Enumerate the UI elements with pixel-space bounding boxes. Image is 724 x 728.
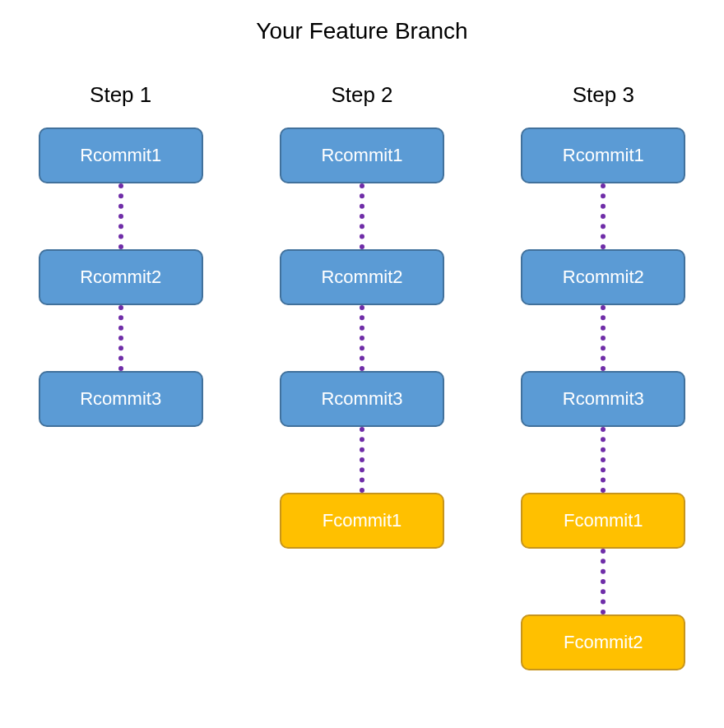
- commit-node: Rcommit2: [39, 249, 203, 305]
- connector-line: [601, 305, 606, 371]
- diagram-columns: Step 1 Rcommit1 Rcommit2 Rcommit3 Step 2…: [0, 82, 724, 670]
- connector-line: [601, 549, 606, 614]
- diagram-title: Your Feature Branch: [0, 18, 724, 44]
- connector-line: [360, 305, 364, 371]
- commit-node: Rcommit2: [521, 249, 685, 305]
- connector-line: [360, 427, 364, 493]
- step-label: Step 3: [573, 82, 634, 108]
- connector-line: [360, 183, 364, 249]
- commit-node: Rcommit1: [39, 128, 203, 183]
- step-label: Step 1: [90, 82, 151, 108]
- connector-line: [118, 305, 123, 371]
- diagram-canvas: Your Feature Branch Step 1 Rcommit1 Rcom…: [0, 0, 724, 728]
- column-step-3: Step 3 Rcommit1 Rcommit2 Rcommit3 Fcommi…: [496, 82, 710, 670]
- connector-line: [601, 183, 606, 249]
- column-step-1: Step 1 Rcommit1 Rcommit2 Rcommit3: [14, 82, 228, 670]
- commit-node: Rcommit3: [280, 371, 444, 427]
- commit-node: Rcommit3: [521, 371, 685, 427]
- commit-node: Rcommit3: [39, 371, 203, 427]
- commit-node: Fcommit1: [521, 493, 685, 549]
- commit-node: Fcommit2: [521, 614, 685, 670]
- step-label: Step 2: [331, 82, 392, 108]
- commit-node: Rcommit1: [521, 128, 685, 183]
- connector-line: [118, 183, 123, 249]
- commit-node: Fcommit1: [280, 493, 444, 549]
- commit-node: Rcommit1: [280, 128, 444, 183]
- commit-node: Rcommit2: [280, 249, 444, 305]
- column-step-2: Step 2 Rcommit1 Rcommit2 Rcommit3 Fcommi…: [255, 82, 469, 670]
- connector-line: [601, 427, 606, 493]
